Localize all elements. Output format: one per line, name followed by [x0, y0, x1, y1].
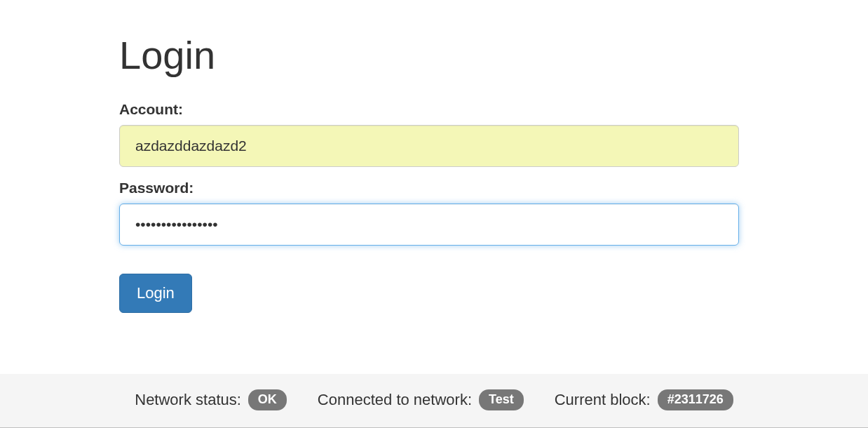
network-status-label: Network status:: [135, 391, 241, 409]
page-title: Login: [119, 34, 739, 77]
password-input[interactable]: [119, 203, 739, 246]
password-group: Password:: [119, 180, 739, 246]
network-status-item: Network status: OK: [135, 389, 287, 410]
connected-network-label: Connected to network:: [318, 391, 472, 409]
current-block-item: Current block: #2311726: [555, 389, 733, 410]
password-label: Password:: [119, 180, 739, 196]
current-block-badge: #2311726: [658, 389, 733, 410]
login-button[interactable]: Login: [119, 274, 192, 313]
account-input[interactable]: [119, 125, 739, 167]
account-label: Account:: [119, 101, 739, 118]
status-footer: Network status: OK Connected to network:…: [0, 374, 868, 428]
account-group: Account:: [119, 101, 739, 167]
connected-network-badge: Test: [479, 389, 524, 410]
current-block-label: Current block:: [555, 391, 651, 409]
network-status-badge: OK: [248, 389, 287, 410]
connected-network-item: Connected to network: Test: [318, 389, 524, 410]
